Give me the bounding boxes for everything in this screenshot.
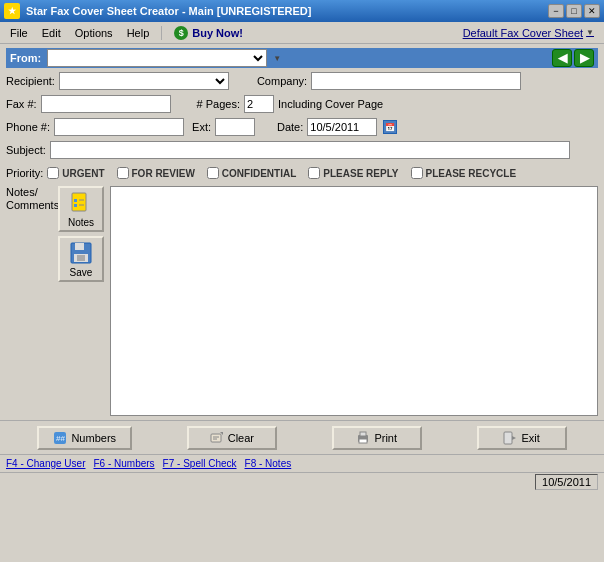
notes-section: Notes/ Comments: Notes — [6, 186, 598, 416]
svg-rect-8 — [77, 255, 85, 261]
confidential-checkbox[interactable] — [207, 167, 219, 179]
phone-row: Phone #: Ext: Date: 📅 — [6, 117, 598, 137]
recipient-label: Recipient: — [6, 75, 55, 87]
status-date: 10/5/2011 — [535, 474, 598, 490]
date-label: Date: — [277, 121, 303, 133]
shortcut-numbers[interactable]: F6 - Numbers — [93, 458, 154, 469]
exit-button[interactable]: Exit — [477, 426, 567, 450]
shortcut-bar: F4 - Change User F6 - Numbers F7 - Spell… — [0, 454, 604, 472]
svg-text:##: ## — [56, 434, 65, 443]
fax-input[interactable] — [41, 95, 171, 113]
from-dropdown-arrow: ▼ — [273, 54, 281, 63]
menu-edit[interactable]: Edit — [36, 25, 67, 41]
priority-urgent[interactable]: URGENT — [47, 167, 104, 179]
notes-btn-label: Notes — [68, 217, 94, 228]
date-input[interactable] — [307, 118, 377, 136]
nav-forward-button[interactable]: ▶ — [574, 49, 594, 67]
svg-rect-1 — [74, 199, 77, 202]
priority-please-reply[interactable]: PLEASE REPLY — [308, 167, 398, 179]
priority-label: Priority: — [6, 167, 43, 179]
nav-back-button[interactable]: ◀ — [552, 49, 572, 67]
buy-now-icon: $ — [174, 26, 188, 40]
notes-textarea[interactable] — [110, 186, 598, 416]
save-button[interactable]: Save — [58, 236, 104, 282]
pages-label: # Pages: — [197, 98, 240, 110]
clear-icon — [210, 431, 224, 445]
notes-labels: Notes/ Comments: — [6, 186, 56, 212]
recipient-select[interactable] — [59, 72, 229, 90]
title-bar: ★ Star Fax Cover Sheet Creator - Main [U… — [0, 0, 604, 22]
exit-icon — [503, 431, 517, 445]
app-icon: ★ — [4, 3, 20, 19]
close-button[interactable]: ✕ — [584, 4, 600, 18]
urgent-checkbox[interactable] — [47, 167, 59, 179]
calendar-icon[interactable]: 📅 — [383, 120, 397, 134]
subject-row: Subject: — [6, 140, 598, 160]
priority-confidential[interactable]: CONFIDENTIAL — [207, 167, 296, 179]
phone-input[interactable] — [54, 118, 184, 136]
ext-input[interactable] — [215, 118, 255, 136]
minimize-button[interactable]: − — [548, 4, 564, 18]
clear-button[interactable]: Clear — [187, 426, 277, 450]
bottom-toolbar: ## Numbers Clear Print Exit — [0, 420, 604, 454]
recipient-row: Recipient: Company: — [6, 71, 598, 91]
svg-marker-19 — [512, 436, 516, 440]
ext-label: Ext: — [192, 121, 211, 133]
from-select[interactable] — [47, 49, 267, 67]
print-icon — [356, 431, 370, 445]
menu-separator — [161, 26, 162, 40]
menu-file[interactable]: File — [4, 25, 34, 41]
status-bar: 10/5/2011 — [0, 472, 604, 490]
from-label: From: — [10, 52, 41, 64]
numbers-button[interactable]: ## Numbers — [37, 426, 132, 450]
title-bar-text: Star Fax Cover Sheet Creator - Main [UNR… — [26, 5, 311, 17]
priority-options: URGENT FOR REVIEW CONFIDENTIAL PLEASE RE… — [47, 165, 516, 181]
from-header: From: ▼ ◀ ▶ — [6, 48, 598, 68]
notes-icon — [69, 191, 93, 215]
notes-label: Notes/ Comments: — [6, 186, 62, 212]
shortcut-change-user[interactable]: F4 - Change User — [6, 458, 85, 469]
shortcut-spell-check[interactable]: F7 - Spell Check — [163, 458, 237, 469]
subject-label: Subject: — [6, 144, 46, 156]
save-btn-label: Save — [70, 267, 93, 278]
fax-label: Fax #: — [6, 98, 37, 110]
default-fax-button[interactable]: Default Fax Cover Sheet ▼ — [457, 25, 600, 41]
including-label: Including Cover Page — [278, 98, 383, 110]
maximize-button[interactable]: □ — [566, 4, 582, 18]
shortcut-notes[interactable]: F8 - Notes — [245, 458, 292, 469]
notes-button[interactable]: Notes — [58, 186, 104, 232]
nav-arrows: ◀ ▶ — [552, 49, 594, 67]
svg-rect-18 — [504, 432, 512, 444]
menu-options[interactable]: Options — [69, 25, 119, 41]
company-input[interactable] — [311, 72, 521, 90]
window-controls: − □ ✕ — [548, 4, 600, 18]
svg-rect-17 — [359, 439, 367, 443]
for-review-checkbox[interactable] — [117, 167, 129, 179]
menu-help[interactable]: Help — [121, 25, 156, 41]
svg-rect-6 — [75, 243, 84, 250]
fax-row: Fax #: # Pages: Including Cover Page — [6, 94, 598, 114]
priority-please-recycle[interactable]: PLEASE RECYCLE — [411, 167, 517, 179]
phone-label: Phone #: — [6, 121, 50, 133]
priority-for-review[interactable]: FOR REVIEW — [117, 167, 195, 179]
buy-now-button[interactable]: $ Buy Now! — [168, 24, 249, 42]
priority-row: Priority: URGENT FOR REVIEW CONFIDENTIAL… — [6, 163, 598, 183]
main-content: From: ▼ ◀ ▶ Recipient: Company: Fax #: #… — [0, 44, 604, 420]
company-label: Company: — [257, 75, 307, 87]
please-recycle-checkbox[interactable] — [411, 167, 423, 179]
svg-rect-16 — [360, 432, 366, 436]
svg-rect-11 — [211, 434, 221, 442]
save-icon — [69, 241, 93, 265]
notes-sidebar: Notes Save — [56, 186, 106, 282]
menu-bar: File Edit Options Help $ Buy Now! Defaul… — [0, 22, 604, 44]
print-button[interactable]: Print — [332, 426, 422, 450]
svg-rect-2 — [74, 204, 77, 207]
chevron-down-icon: ▼ — [586, 28, 594, 37]
numbers-icon: ## — [53, 431, 67, 445]
please-reply-checkbox[interactable] — [308, 167, 320, 179]
subject-input[interactable] — [50, 141, 570, 159]
pages-input[interactable] — [244, 95, 274, 113]
